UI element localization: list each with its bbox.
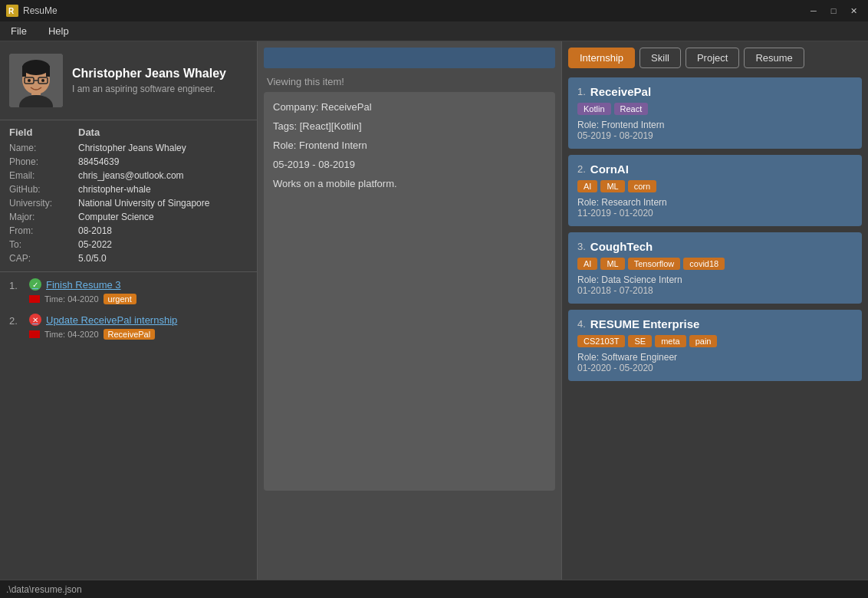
field-key: Name: [9, 143, 78, 153]
field-key: To: [9, 239, 78, 250]
fields-section: Field Data Name:Christopher Jeans Whaley… [0, 120, 257, 272]
task-tag[interactable]: ReceivePal [104, 329, 156, 340]
close-button[interactable]: ✕ [845, 4, 862, 18]
field-key: CAP: [9, 253, 78, 264]
task-meta: Time: 04-2020 urgent [29, 294, 248, 304]
svg-point-13 [41, 79, 44, 82]
internship-item[interactable]: 2. CornAI AIMLcorn Role: Research Intern… [568, 155, 862, 226]
internship-item[interactable]: 1. ReceivePal KotlinReact Role: Frontend… [568, 77, 862, 149]
tag-list: CS2103TSEmetapain [577, 335, 853, 347]
profile-name: Christopher Jeans Whaley [72, 67, 248, 80]
intern-number: 2. [577, 163, 586, 175]
fields-header: Field Data [9, 127, 248, 138]
field-value: 08-2018 [78, 225, 248, 236]
field-key: Major: [9, 212, 78, 222]
intern-role: Role: Data Science Intern [577, 274, 853, 285]
task-item: 1. ✓ Finish Resume 3 Time: 04-2020 urgen… [9, 278, 248, 304]
field-value: 5.0/5.0 [78, 253, 248, 264]
filter-tab-project[interactable]: Project [686, 48, 739, 68]
svg-text:R: R [8, 7, 15, 15]
field-value: National University of Singapore [78, 198, 248, 209]
task-content: ✕ Update ReceivePal internship Time: 04-… [29, 314, 248, 340]
detail-role: Role: Frontend Intern [273, 140, 546, 151]
intern-role: Role: Research Intern [577, 197, 853, 208]
detail-dates: 05-2019 - 08-2019 [273, 159, 546, 170]
task-meta: Time: 04-2020 ReceivePal [29, 329, 248, 340]
field-row: Email:chris_jeans@outlook.com [9, 169, 248, 182]
task-status-icon: ✓ [29, 278, 41, 291]
tasks-section: 1. ✓ Finish Resume 3 Time: 04-2020 urgen… [0, 272, 257, 580]
flag-icon [29, 295, 40, 303]
menu-help[interactable]: Help [44, 24, 74, 38]
right-panel: InternshipSkillProjectResume 1. ReceiveP… [561, 41, 868, 580]
tag-label: Kotlin [577, 103, 611, 115]
tag-label: React [614, 103, 649, 115]
task-content: ✓ Finish Resume 3 Time: 04-2020 urgent [29, 278, 248, 304]
detail-description: Works on a mobile platform. [273, 178, 546, 189]
field-row: GitHub:christopher-whale [9, 182, 248, 196]
minimize-button[interactable]: ─ [805, 4, 822, 18]
intern-number: 1. [577, 86, 586, 97]
field-row: Major:Computer Science [9, 210, 248, 224]
profile-section: Christopher Jeans Whaley I am an aspirin… [0, 41, 257, 120]
intern-number: 4. [577, 318, 586, 330]
profile-info: Christopher Jeans Whaley I am an aspirin… [72, 67, 248, 94]
svg-rect-7 [22, 66, 26, 77]
intern-name: ReceivePal [590, 85, 651, 98]
internship-item[interactable]: 3. CoughTech AIMLTensorflowcovid18 Role:… [568, 232, 862, 304]
field-col-header: Field [9, 127, 78, 138]
tag-list: AIMLTensorflowcovid18 [577, 258, 853, 270]
filter-tabs: InternshipSkillProjectResume [562, 41, 868, 74]
tasks-list: 1. ✓ Finish Resume 3 Time: 04-2020 urgen… [9, 278, 248, 340]
field-row: CAP:5.0/5.0 [9, 251, 248, 265]
task-status-icon: ✕ [29, 314, 41, 326]
detail-card: Company: ReceivePal Tags: [React][Kotlin… [264, 92, 555, 491]
filter-tab-internship[interactable]: Internship [568, 48, 635, 68]
task-title[interactable]: ✕ Update ReceivePal internship [29, 314, 248, 326]
intern-header: 4. RESUME Enterprise [577, 317, 853, 330]
filter-tab-skill[interactable]: Skill [639, 48, 681, 68]
intern-role: Role: Frontend Intern [577, 120, 853, 130]
intern-header: 1. ReceivePal [577, 85, 853, 98]
task-tag[interactable]: urgent [104, 294, 136, 304]
viewing-label: Viewing this item! [258, 71, 561, 92]
center-panel: Viewing this item! Company: ReceivePal T… [258, 41, 561, 580]
intern-dates: 01-2018 - 07-2018 [577, 285, 853, 296]
intern-header: 3. CoughTech [577, 240, 853, 253]
intern-dates: 01-2020 - 05-2020 [577, 363, 853, 373]
sidebar: Christopher Jeans Whaley I am an aspirin… [0, 41, 258, 580]
field-row: University:National University of Singap… [9, 196, 248, 210]
tag-label: AI [577, 180, 597, 192]
tag-list: KotlinReact [577, 103, 853, 115]
titlebar: R ResuMe ─ □ ✕ [0, 0, 868, 21]
field-key: Phone: [9, 156, 78, 167]
field-value: christopher-whale [78, 184, 248, 195]
task-title[interactable]: ✓ Finish Resume 3 [29, 278, 248, 291]
tag-label: covid18 [683, 258, 725, 270]
detail-company: Company: ReceivePal [273, 101, 546, 113]
internship-item[interactable]: 4. RESUME Enterprise CS2103TSEmetapain R… [568, 310, 862, 381]
intern-dates: 05-2019 - 08-2019 [577, 130, 853, 141]
menu-file[interactable]: File [6, 24, 31, 38]
task-item: 2. ✕ Update ReceivePal internship Time: … [9, 314, 248, 340]
maximize-button[interactable]: □ [825, 4, 842, 18]
data-col-header: Data [78, 127, 248, 138]
tag-label: meta [655, 335, 686, 347]
titlebar-controls: ─ □ ✕ [805, 4, 862, 18]
detail-tags: Tags: [React][Kotlin] [273, 120, 546, 132]
task-time: Time: 04-2020 [44, 294, 99, 304]
search-bar[interactable] [264, 48, 555, 68]
svg-point-6 [22, 60, 50, 75]
svg-rect-8 [46, 66, 50, 77]
field-key: From: [9, 225, 78, 236]
search-input[interactable] [270, 52, 549, 64]
titlebar-left: R ResuMe [6, 5, 58, 17]
fields-rows: Name:Christopher Jeans WhaleyPhone:88454… [9, 141, 248, 265]
tag-label: pain [689, 335, 718, 347]
internship-list: 1. ReceivePal KotlinReact Role: Frontend… [562, 74, 868, 580]
field-row: From:08-2018 [9, 224, 248, 238]
task-time: Time: 04-2020 [44, 330, 99, 339]
filter-tab-resume[interactable]: Resume [744, 48, 804, 68]
svg-point-12 [28, 79, 31, 82]
field-value: Christopher Jeans Whaley [78, 143, 248, 153]
